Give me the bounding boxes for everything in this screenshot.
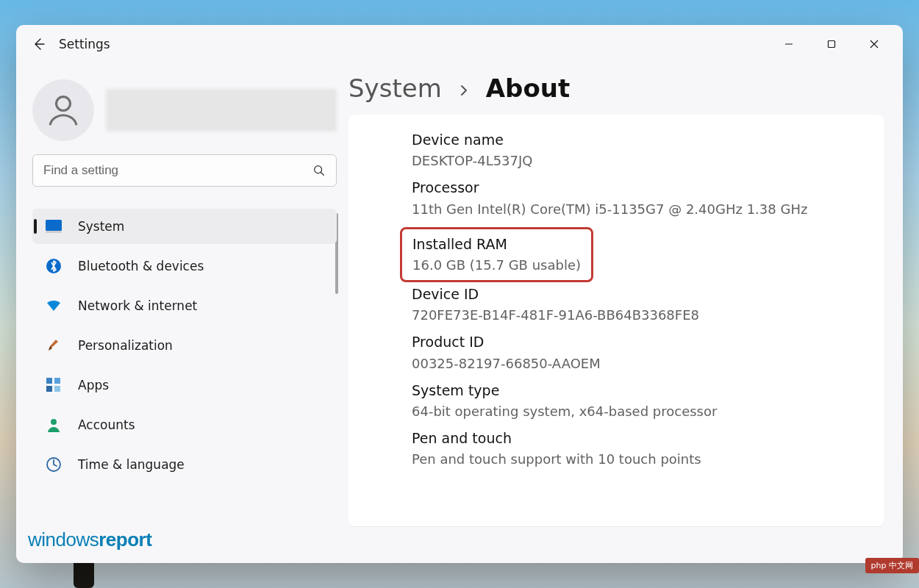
- sidebar-item-time-language[interactable]: Time & language: [32, 447, 337, 482]
- svg-rect-6: [46, 378, 52, 384]
- system-icon: [46, 218, 62, 234]
- watermark-light: windows: [28, 528, 99, 551]
- svg-rect-0: [829, 41, 835, 48]
- search-icon: [312, 164, 326, 177]
- spec-value: DESKTOP-4L537JQ: [412, 151, 881, 171]
- breadcrumb-current: About: [486, 74, 570, 103]
- watermark: windowsreport: [28, 528, 151, 551]
- person-icon: [46, 417, 62, 433]
- spec-label: System type: [412, 380, 881, 401]
- sidebar-item-network[interactable]: Network & internet: [32, 288, 337, 323]
- spec-value: 16.0 GB (15.7 GB usable): [412, 255, 581, 276]
- sidebar-item-apps[interactable]: Apps: [32, 368, 337, 403]
- spec-label: Installed RAM: [412, 234, 581, 255]
- clock-globe-icon: [46, 456, 62, 473]
- close-button[interactable]: [853, 29, 895, 59]
- spec-label: Processor: [412, 177, 881, 198]
- spec-processor: Processor 11th Gen Intel(R) Core(TM) i5-…: [412, 177, 881, 219]
- caption-buttons: [768, 29, 895, 59]
- avatar: [32, 79, 94, 141]
- corner-badge: php 中文网: [865, 558, 919, 573]
- nav: System Bluetooth & devices Network & int…: [32, 209, 337, 482]
- spec-label: Device name: [412, 129, 881, 151]
- spec-pen-touch: Pen and touch Pen and touch support with…: [412, 428, 881, 470]
- svg-rect-3: [46, 220, 62, 231]
- spec-label: Product ID: [412, 331, 881, 353]
- breadcrumb: System About: [348, 74, 884, 103]
- minimize-icon: [784, 40, 793, 49]
- account-block[interactable]: [32, 79, 337, 141]
- maximize-icon: [827, 40, 836, 49]
- wifi-icon: [46, 298, 62, 314]
- svg-rect-4: [46, 231, 62, 233]
- close-icon: [870, 40, 879, 49]
- nav-label: Apps: [78, 378, 109, 392]
- sidebar-item-personalization[interactable]: Personalization: [32, 328, 337, 363]
- settings-window: Settings: [16, 25, 903, 563]
- watermark-bold: report: [99, 528, 151, 551]
- svg-point-2: [315, 166, 322, 173]
- titlebar: Settings: [16, 25, 903, 63]
- nav-label: Bluetooth & devices: [78, 259, 204, 273]
- nav-label: System: [78, 219, 124, 234]
- spec-label: Pen and touch: [412, 428, 881, 449]
- breadcrumb-parent[interactable]: System: [348, 74, 442, 103]
- svg-point-1: [57, 97, 71, 111]
- sidebar-item-accounts[interactable]: Accounts: [32, 407, 337, 442]
- sidebar-item-system[interactable]: System: [32, 209, 337, 244]
- device-specifications-card: Device name DESKTOP-4L537JQ Processor 11…: [348, 115, 884, 526]
- spec-device-name: Device name DESKTOP-4L537JQ: [412, 129, 881, 171]
- svg-rect-8: [46, 386, 52, 392]
- user-icon: [43, 90, 83, 130]
- spec-device-id: Device ID 720FE73E-B14F-481F-91A6-BB64B3…: [412, 284, 881, 326]
- svg-rect-9: [54, 386, 60, 392]
- nav-label: Accounts: [78, 417, 135, 432]
- paintbrush-icon: [46, 337, 62, 354]
- back-button[interactable]: [24, 29, 54, 60]
- nav-label: Personalization: [78, 338, 173, 353]
- nav-label: Network & internet: [78, 298, 197, 313]
- search-input[interactable]: [43, 163, 312, 178]
- spec-system-type: System type 64-bit operating system, x64…: [412, 380, 881, 422]
- apps-icon: [46, 377, 62, 393]
- maximize-button[interactable]: [810, 29, 853, 59]
- spec-value: 11th Gen Intel(R) Core(TM) i5-1135G7 @ 2…: [412, 199, 881, 220]
- bluetooth-icon: [46, 258, 62, 274]
- highlight-installed-ram: Installed RAM 16.0 GB (15.7 GB usable): [400, 227, 593, 282]
- arrow-left-icon: [32, 37, 46, 51]
- spec-value: Pen and touch support with 10 touch poin…: [412, 449, 881, 470]
- spec-value: 00325-82197-66850-AAOEM: [412, 354, 881, 374]
- nav-label: Time & language: [78, 457, 185, 472]
- svg-rect-7: [54, 378, 60, 384]
- spec-value: 720FE73E-B14F-481F-91A6-BB64B3368FE8: [412, 305, 881, 326]
- spec-label: Device ID: [412, 284, 881, 305]
- sidebar-item-bluetooth[interactable]: Bluetooth & devices: [32, 248, 337, 284]
- account-name-redacted: [106, 89, 337, 132]
- svg-point-10: [51, 419, 57, 425]
- app-title: Settings: [59, 37, 110, 51]
- spec-value: 64-bit operating system, x64-based proce…: [412, 401, 881, 422]
- minimize-button[interactable]: [768, 29, 810, 59]
- search-box[interactable]: [32, 154, 337, 187]
- spec-product-id: Product ID 00325-82197-66850-AAOEM: [412, 331, 881, 373]
- chevron-right-icon: [458, 76, 470, 101]
- sidebar: System Bluetooth & devices Network & int…: [16, 63, 347, 563]
- main-content: System About Device name DESKTOP-4L537JQ…: [347, 63, 903, 563]
